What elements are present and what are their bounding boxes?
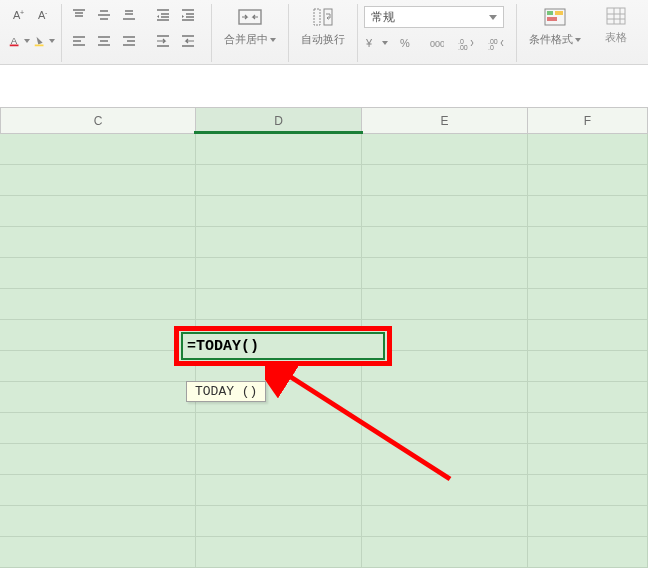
ribbon-toolbar: A+ A- A (0, 0, 648, 65)
number-format-group: 常规 ¥ % 000 .0.00 .00.0 (358, 4, 517, 62)
decrease-indent-icon[interactable] (152, 4, 174, 26)
column-headers: C D E F (0, 107, 648, 134)
left-to-right-icon[interactable] (152, 30, 174, 52)
svg-text:-: - (45, 9, 48, 16)
column-header-d[interactable]: D (196, 107, 362, 134)
function-tooltip: TODAY () (186, 381, 266, 402)
align-top-icon[interactable] (68, 4, 90, 26)
chevron-down-icon (575, 38, 581, 42)
percent-icon[interactable]: % (394, 32, 420, 54)
decrease-font-icon[interactable]: A- (33, 4, 55, 26)
align-bottom-icon[interactable] (118, 4, 140, 26)
editing-cell-formula[interactable]: =TODAY() (187, 338, 259, 355)
align-left-icon[interactable] (68, 30, 90, 52)
align-center-icon[interactable] (93, 30, 115, 52)
table-format-button[interactable]: 表格 (599, 4, 633, 45)
number-format-select[interactable]: 常规 (364, 6, 504, 28)
cell-grid[interactable]: =TODAY() TODAY () (0, 134, 648, 568)
table-icon (605, 6, 627, 26)
decrease-decimal-icon[interactable]: .00.0 (484, 32, 510, 54)
svg-text:¥: ¥ (366, 37, 373, 49)
merge-label: 合并居中 (224, 32, 268, 47)
cond-format-icon (542, 6, 568, 28)
svg-rect-21 (607, 8, 625, 24)
column-header-f[interactable]: F (528, 107, 648, 134)
number-format-value: 常规 (371, 9, 395, 26)
svg-rect-8 (314, 9, 320, 25)
svg-text:.0: .0 (488, 44, 494, 50)
svg-rect-20 (547, 17, 557, 21)
right-to-left-icon[interactable] (177, 30, 199, 52)
table-format-group: 表格 (593, 4, 633, 62)
comma-style-icon[interactable]: 000 (424, 32, 450, 54)
cond-format-group: 条件格式 (517, 4, 593, 62)
increase-font-icon[interactable]: A+ (8, 4, 30, 26)
align-middle-icon[interactable] (93, 4, 115, 26)
alignment-group (62, 4, 212, 62)
merge-center-button[interactable]: 合并居中 (218, 4, 282, 47)
spreadsheet-area: C D E F =TODAY() TODAY () (0, 107, 648, 568)
svg-rect-6 (35, 45, 44, 47)
font-color-icon[interactable]: A (8, 30, 30, 52)
wrap-group: 自动换行 (289, 4, 358, 62)
merge-group: 合并居中 (212, 4, 289, 62)
wrap-label: 自动换行 (301, 32, 345, 47)
svg-text:+: + (20, 9, 24, 16)
chevron-down-icon (489, 15, 497, 20)
svg-rect-5 (10, 45, 19, 47)
svg-text:000: 000 (430, 39, 444, 49)
wrap-icon (310, 6, 336, 28)
svg-text:.00: .00 (458, 44, 468, 50)
editing-cell-highlight: =TODAY() (174, 326, 392, 366)
cond-format-label: 条件格式 (529, 32, 573, 47)
chevron-down-icon (270, 38, 276, 42)
table-format-label: 表格 (605, 30, 627, 45)
column-header-e[interactable]: E (362, 107, 528, 134)
align-right-icon[interactable] (118, 30, 140, 52)
svg-text:A: A (11, 35, 18, 46)
fill-color-icon[interactable] (33, 30, 55, 52)
svg-text:%: % (400, 37, 410, 49)
font-group: A+ A- A (0, 4, 62, 62)
wrap-text-button[interactable]: 自动换行 (295, 4, 351, 47)
increase-decimal-icon[interactable]: .0.00 (454, 32, 480, 54)
svg-rect-18 (547, 11, 553, 15)
column-header-c[interactable]: C (0, 107, 196, 134)
merge-icon (237, 6, 263, 28)
currency-icon[interactable]: ¥ (364, 32, 390, 54)
svg-rect-19 (555, 11, 563, 15)
increase-indent-icon[interactable] (177, 4, 199, 26)
conditional-format-button[interactable]: 条件格式 (523, 4, 587, 47)
